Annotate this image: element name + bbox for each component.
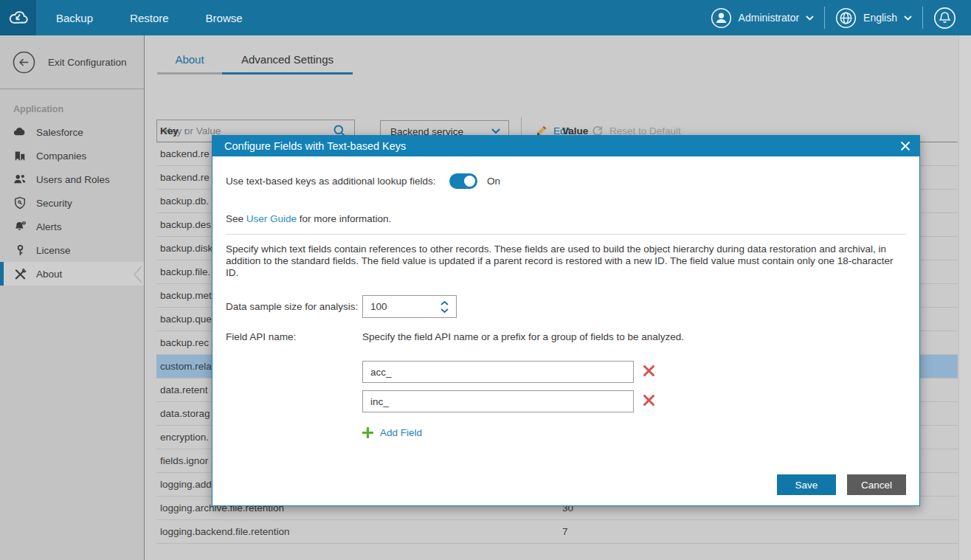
modal-header: Configure Fields with Text-based Keys xyxy=(212,136,919,156)
tools-icon xyxy=(13,267,27,281)
sidebar-item-users-and-roles[interactable]: Users and Roles xyxy=(0,167,144,191)
field-api-name-hint: Specify the field API name or a prefix f… xyxy=(362,331,684,342)
sidebar-item-label: Salesforce xyxy=(36,127,83,138)
sort-ascending-icon: ↑ xyxy=(183,125,188,136)
cloud-backup-icon xyxy=(7,7,30,29)
guide-row: See User Guide for more information. xyxy=(226,213,391,224)
sidebar-item-label: Alerts xyxy=(36,221,62,232)
add-field-button[interactable]: Add Field xyxy=(362,427,422,438)
sidebar-item-label: About xyxy=(36,269,62,280)
toggle-label: Use text-based keys as additional lookup… xyxy=(226,176,449,187)
sidebar-item-security[interactable]: Security xyxy=(0,191,144,215)
sidebar-item-license[interactable]: License xyxy=(0,238,144,262)
toggle-knob xyxy=(464,176,475,187)
sidebar-item-label: Security xyxy=(36,198,72,209)
veeam-logo[interactable] xyxy=(0,0,36,35)
tab-about[interactable]: About xyxy=(157,44,222,75)
configure-fields-modal: Configure Fields with Text-based Keys Us… xyxy=(212,135,920,506)
key-icon xyxy=(14,244,27,257)
add-field-label: Add Field xyxy=(380,427,422,438)
sidebar: Exit Configuration Application Salesforc… xyxy=(0,35,145,560)
lookup-fields-toggle[interactable] xyxy=(449,173,477,189)
toggle-state-label: On xyxy=(487,176,500,187)
notifications-bell-icon[interactable] xyxy=(933,7,956,30)
sidebar-item-label: License xyxy=(36,245,71,256)
field-api-name-row: Field API name: Specify the field API na… xyxy=(226,331,296,342)
chevron-down-icon xyxy=(806,15,814,21)
sample-size-label: Data sample size for analysis: xyxy=(226,301,358,312)
navbar-divider xyxy=(824,7,825,29)
sidebar-item-about[interactable]: About xyxy=(0,262,144,286)
nav-restore[interactable]: Restore xyxy=(130,12,169,24)
shield-icon xyxy=(13,196,27,210)
plus-icon xyxy=(362,427,373,438)
lookup-toggle-row: Use text-based keys as additional lookup… xyxy=(226,173,500,189)
back-arrow-icon xyxy=(13,51,35,74)
exit-configuration-button[interactable]: Exit Configuration xyxy=(0,35,144,89)
user-icon xyxy=(711,7,732,29)
nav-backup[interactable]: Backup xyxy=(56,12,93,24)
table-row[interactable]: logging.backend.file.retention7 xyxy=(156,520,958,544)
sample-size-row: Data sample size for analysis: xyxy=(226,295,358,318)
sample-size-spinner xyxy=(362,295,457,318)
field-input-row xyxy=(362,361,634,383)
user-menu[interactable]: Administrator xyxy=(711,7,814,29)
field-input-row xyxy=(362,390,634,412)
language-label: English xyxy=(863,12,897,24)
field-api-name-label: Field API name: xyxy=(226,331,296,342)
sidebar-item-label: Companies xyxy=(36,151,86,162)
sidebar-item-label: Users and Roles xyxy=(36,174,110,185)
field-api-input[interactable] xyxy=(362,361,634,383)
top-navbar: Backup Restore Browse Administrator xyxy=(0,0,971,35)
sidebar-item-alerts[interactable]: Alerts xyxy=(0,215,144,238)
modal-divider xyxy=(226,234,906,235)
application-window: Backup Restore Browse Administrator xyxy=(0,0,971,560)
scrollbar-gutter[interactable] xyxy=(958,35,971,560)
selected-marker-icon xyxy=(134,266,142,283)
spinner-up-icon[interactable] xyxy=(440,301,449,305)
modal-title: Configure Fields with Text-based Keys xyxy=(212,140,406,152)
close-icon[interactable] xyxy=(900,141,910,151)
nav-browse[interactable]: Browse xyxy=(206,12,243,24)
users-icon xyxy=(13,172,27,187)
sidebar-section-application: Application xyxy=(13,104,144,114)
chevron-down-icon xyxy=(904,15,912,21)
navbar-right: Administrator English xyxy=(711,7,971,30)
tab-advanced-settings[interactable]: Advanced Settings xyxy=(222,44,353,75)
save-button[interactable]: Save xyxy=(777,474,836,495)
field-api-input[interactable] xyxy=(362,390,634,412)
cancel-button[interactable]: Cancel xyxy=(847,474,906,495)
main-menu: Backup Restore Browse xyxy=(56,12,243,24)
spinner-down-icon[interactable] xyxy=(440,308,449,313)
buildings-icon xyxy=(13,149,27,162)
sidebar-item-salesforce[interactable]: Salesforce xyxy=(0,120,144,144)
modal-description: Specify which text fields contain refere… xyxy=(226,243,908,279)
cloud-icon xyxy=(13,125,27,139)
tab-bar: About Advanced Settings xyxy=(157,44,353,75)
sidebar-item-companies[interactable]: Companies xyxy=(0,144,144,167)
exit-configuration-label: Exit Configuration xyxy=(48,57,127,68)
key-column-header: Key xyxy=(160,125,179,136)
globe-icon xyxy=(835,7,857,29)
navbar-divider xyxy=(922,7,923,29)
sample-size-input[interactable] xyxy=(363,301,440,312)
user-guide-link[interactable]: User Guide xyxy=(246,213,297,224)
delete-field-icon[interactable] xyxy=(643,364,655,377)
delete-field-icon[interactable] xyxy=(643,394,655,407)
language-menu[interactable]: English xyxy=(835,7,912,29)
user-label: Administrator xyxy=(739,12,799,24)
alert-bell-icon xyxy=(13,220,27,234)
modal-buttons: Save Cancel xyxy=(777,474,906,495)
